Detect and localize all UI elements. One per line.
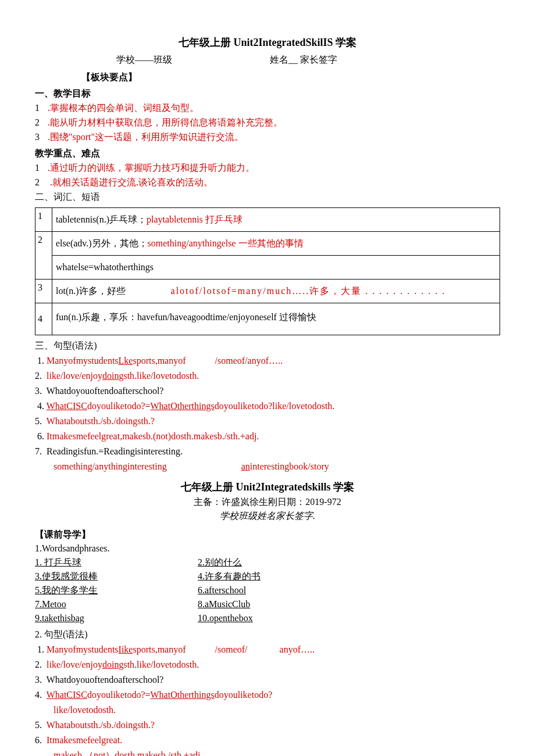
g21d: /someof/ bbox=[215, 644, 248, 654]
preclass-heading: 【课前导学】 bbox=[35, 528, 500, 542]
phrase-5: 5.我的学多学生 bbox=[35, 583, 198, 597]
phrase-6: 6.afterschool bbox=[198, 583, 384, 597]
section-2-heading: 二、词汇、短语 bbox=[35, 190, 500, 204]
vocab-cell-2b: whatelse=whatotherthings bbox=[52, 256, 500, 280]
g2u: doing bbox=[102, 371, 123, 381]
g21c: sports,manyof bbox=[133, 644, 186, 654]
table-row: 2 else(adv.)另外，其他；something/anythingelse… bbox=[35, 232, 500, 256]
grammar2-item-6c: makesb.（not）dosth.makesb./sth.+adj. bbox=[35, 748, 500, 756]
vocab-idx-3: 3 bbox=[35, 280, 52, 303]
vocab-cell-1: tabletennis(n.)乒乓球；playtabletennis 打乒乓球 bbox=[52, 208, 500, 232]
section-3b-heading: 2. 句型(语法) bbox=[35, 628, 500, 642]
g4c: WhatOtherthings bbox=[151, 401, 215, 411]
g22u: doing bbox=[102, 660, 123, 669]
header-meta: 学校——班级 姓名__ 家长签字 bbox=[116, 53, 500, 67]
school-class-label: 学校——班级 bbox=[116, 55, 172, 65]
g21a: Manyofmystudents bbox=[47, 644, 119, 654]
g7b: something/anythinginteresting bbox=[54, 461, 167, 471]
phrase-10: 10.openthebox bbox=[198, 611, 384, 625]
g1a: Manyofmystudents bbox=[47, 356, 119, 366]
g4b: doyouliketodo?= bbox=[87, 401, 151, 411]
name-sign-label: 姓名__ 家长签字 bbox=[270, 55, 337, 65]
g23: Whatdoyouoftendoafterschool? bbox=[47, 675, 164, 685]
g22c: sth.like/lovetodosth. bbox=[123, 660, 199, 669]
authors-date: 主备：许盛岚徐生刚日期：2019-972 bbox=[35, 495, 500, 509]
vocab-2b: something/anythingelse 一些其他的事情 bbox=[148, 238, 304, 248]
phrase-1: 1. 打乒乓球 bbox=[35, 556, 198, 569]
vocab-3a: lot(n.)许多，好些 bbox=[56, 286, 126, 296]
grammar2-item-4: 4. WhatCISCdoyouliketodo?=WhatOtherthing… bbox=[35, 688, 500, 702]
goal-item-2: 2.能从听力材料中获取信息，用所得信息将语篇补充完整。 bbox=[35, 116, 500, 130]
phrases-grid: 1. 打乒乓球2.别的什么 3.使我感觉很棒4.许多有趣的书 5.我的学多学生6… bbox=[35, 556, 500, 625]
grammar-item-6: 6. Itmakesmefeelgreat,makesb.(not)dosth.… bbox=[35, 429, 500, 443]
vocab-cell-3: lot(n.)许多，好些 alotof/lotsof=many/much…..许… bbox=[52, 280, 500, 303]
g24d: doyouliketodo? bbox=[215, 690, 273, 700]
grammar-item-2: 2. like/love/enjoydoingsth.like/lovetodo… bbox=[35, 369, 500, 383]
diff-item-1: 1.通过听力的训练，掌握听力技巧和提升听力能力。 bbox=[35, 161, 500, 175]
grammar2-item-4e: like/lovetodosth. bbox=[35, 703, 500, 717]
grammar-item-5: 5. Whataboutsth./sb./doingsth.? bbox=[35, 414, 500, 428]
diff-1-text: .通过听力的训练，掌握听力技巧和提升听力能力。 bbox=[48, 163, 255, 173]
goal-1-text: .掌握根本的四会单词、词组及句型。 bbox=[48, 103, 199, 113]
grammar2-item-3: 3. Whatdoyouoftendoafterschool? bbox=[35, 673, 500, 687]
g5: Whataboutsth./sb./doingsth.? bbox=[47, 416, 155, 426]
g24e: like/lovetodosth. bbox=[54, 705, 116, 715]
block-points-heading: 【板块要点】 bbox=[81, 70, 500, 84]
phrase-9: 9.takethisbag bbox=[35, 611, 198, 625]
grammar2-item-2: 2. like/love/enjoydoingsth.like/lovetodo… bbox=[35, 658, 500, 672]
words-phrases-heading: 1.Wordsandphrases. bbox=[35, 542, 500, 556]
g4a: WhatCISC bbox=[47, 401, 87, 411]
table-row: whatelse=whatotherthings bbox=[35, 256, 500, 280]
page-title-2: 七年级上册 Unit2Integratedskills 学案 bbox=[35, 479, 500, 495]
vocab-3b: alotof/lotsof=many/much…..许多，大量 . . . . … bbox=[171, 286, 446, 296]
vocab-1a: tabletennis(n.)乒乓球； bbox=[56, 214, 147, 224]
grammar2-item-1: 1. ManyofmystudentsIikesports,manyof/som… bbox=[35, 643, 500, 657]
g7c: an bbox=[241, 461, 250, 471]
g26c: makesb.（not）dosth.makesb./sth.+adj. bbox=[54, 750, 203, 756]
g25: Whataboutsth./sb./doingsth.? bbox=[47, 720, 155, 730]
vocab-cell-4: fun(n.)乐趣，享乐：havefun/haveagoodtime/enjoy… bbox=[52, 303, 500, 335]
vocab-idx-2: 2 bbox=[35, 232, 52, 280]
g21e: anyof….. bbox=[280, 644, 315, 654]
g1c: sports,manyof bbox=[133, 356, 186, 366]
g3: Whatdoyouoftendoafterschool? bbox=[47, 386, 164, 396]
goal-item-1: 1.掌握根本的四会单词、词组及句型。 bbox=[35, 101, 500, 115]
goal-item-3: 3.围绕"sport"这一话题，利用所学知识进行交流。 bbox=[35, 130, 500, 144]
meta-signature: 学校班级姓名家长签字. bbox=[35, 509, 500, 523]
g7d: interestingbook/story bbox=[250, 461, 329, 471]
vocab-cell-2a: else(adv.)另外，其他；something/anythingelse 一… bbox=[52, 232, 500, 256]
page-title: 七年级上册 Unit2IntegratedSkilIS 学案 bbox=[35, 35, 500, 51]
diff-item-2: 2 .就相关话题进行交流.谈论喜欢的活动。 bbox=[35, 175, 500, 189]
phrase-8: 8.aMusicClub bbox=[198, 597, 384, 611]
g1b: Lke bbox=[119, 356, 133, 366]
g22a: like/love/enjoy bbox=[47, 660, 102, 669]
g24a: WhatCISC bbox=[47, 690, 87, 700]
section-1-heading: 一、教学目标 bbox=[35, 87, 500, 101]
phrase-4: 4.许多有趣的书 bbox=[198, 569, 384, 583]
grammar-item-7b: something/anythinginteresting aninterest… bbox=[35, 460, 500, 474]
goal-3b: "这一话题，利用所学知识进行交流。 bbox=[91, 132, 244, 142]
vocab-idx-4: 4 bbox=[35, 303, 52, 335]
table-row: 1 tabletennis(n.)乒乓球；playtabletennis 打乒乓… bbox=[35, 208, 500, 232]
goal-2-text: .能从听力材料中获取信息，用所得信息将语篇补充完整。 bbox=[48, 117, 283, 127]
section-3-heading: 三、句型(语法) bbox=[35, 339, 500, 353]
g21b: Iike bbox=[119, 644, 133, 654]
grammar2-item-5: 5. Whataboutsth./sb./doingsth.? bbox=[35, 718, 500, 732]
vocab-1b: playtabletennis 打乒乓球 bbox=[147, 214, 242, 224]
difficulty-heading: 教学重点、难点 bbox=[35, 146, 500, 160]
table-row: 3 lot(n.)许多，好些 alotof/lotsof=many/much….… bbox=[35, 280, 500, 303]
vocab-2a: else(adv.)另外，其他； bbox=[56, 238, 148, 248]
g24c: WhatOtherthings bbox=[151, 690, 215, 700]
grammar-item-7: 7. Readingisfun.=Readingisinteresting. bbox=[35, 445, 500, 458]
g26a: It bbox=[47, 735, 52, 745]
g6: Itmakesmefeelgreat,makesb.(not)dosth.mak… bbox=[47, 431, 259, 441]
grammar2-item-6: 6. Itmakesmefeelgreat. bbox=[35, 733, 500, 747]
g7: Readingisfun.=Readingisinteresting. bbox=[47, 446, 183, 456]
g26b: makesmefeelgreat. bbox=[52, 735, 122, 745]
phrase-2: 2.别的什么 bbox=[198, 556, 384, 569]
g1d: /someof/anyof….. bbox=[215, 356, 283, 366]
phrase-3: 3.使我感觉很棒 bbox=[35, 569, 198, 583]
grammar-item-1: 1. ManyofmystudentsLkesports,manyof/some… bbox=[35, 354, 500, 368]
g4d: doyouliketodo?like/lovetodosth. bbox=[215, 401, 335, 411]
g2a: like/love/enjoy bbox=[47, 371, 102, 381]
